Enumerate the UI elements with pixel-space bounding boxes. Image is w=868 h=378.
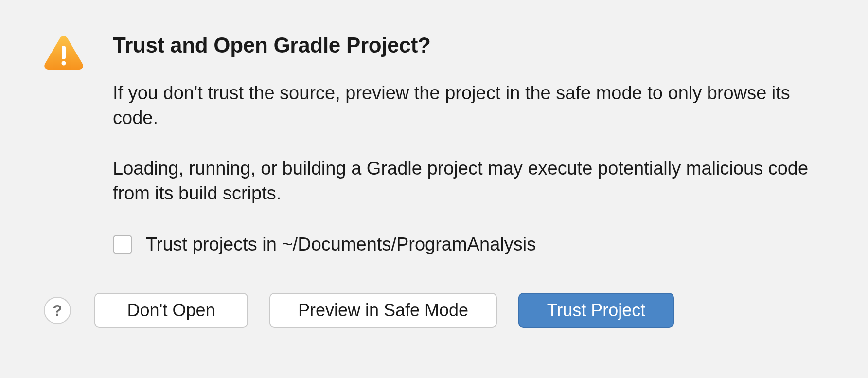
help-button[interactable]: ? <box>44 297 71 324</box>
dialog-body: Trust and Open Gradle Project? If you do… <box>44 33 829 255</box>
dont-open-label: Don't Open <box>127 300 215 321</box>
dialog-title: Trust and Open Gradle Project? <box>113 33 829 57</box>
trust-folder-checkbox-row: Trust projects in ~/Documents/ProgramAna… <box>113 234 829 255</box>
preview-safe-mode-button[interactable]: Preview in Safe Mode <box>269 293 497 328</box>
content-column: Trust and Open Gradle Project? If you do… <box>113 33 829 255</box>
dialog-paragraph-1: If you don't trust the source, preview t… <box>113 81 829 131</box>
preview-safe-mode-label: Preview in Safe Mode <box>298 300 468 321</box>
dont-open-button[interactable]: Don't Open <box>94 293 248 328</box>
trust-project-button[interactable]: Trust Project <box>518 293 674 328</box>
dialog-paragraph-2: Loading, running, or building a Gradle p… <box>113 156 829 206</box>
help-icon: ? <box>53 302 62 320</box>
svg-point-1 <box>62 61 66 66</box>
trust-project-label: Trust Project <box>547 300 646 321</box>
dialog-footer: ? Don't Open Preview in Safe Mode Trust … <box>44 293 829 328</box>
warning-icon <box>44 35 84 70</box>
trust-folder-checkbox-label: Trust projects in ~/Documents/ProgramAna… <box>146 234 536 255</box>
trust-folder-checkbox[interactable] <box>113 235 132 254</box>
icon-column <box>44 33 84 72</box>
svg-rect-0 <box>62 46 66 59</box>
